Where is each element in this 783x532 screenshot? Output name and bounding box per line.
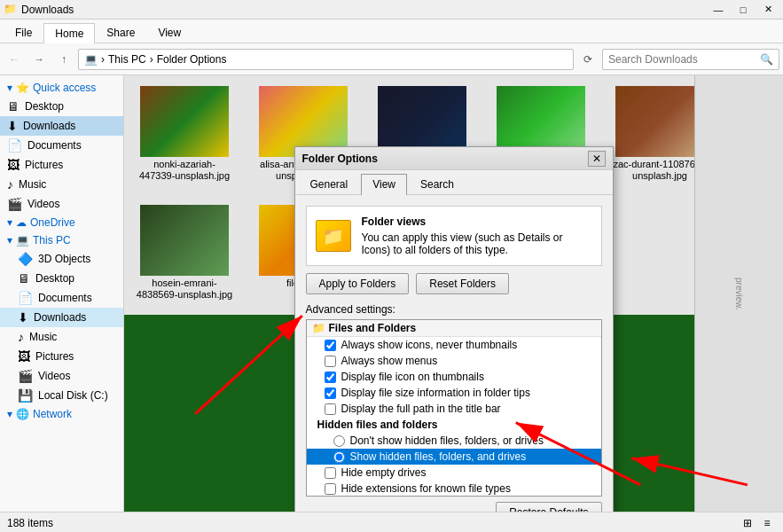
radio-dont-show[interactable] xyxy=(333,435,345,447)
tab-general[interactable]: General xyxy=(299,174,360,194)
close-button[interactable]: ✕ xyxy=(756,2,779,18)
sidebar-group-onedrive[interactable]: ▾ ☁ OneDrive xyxy=(0,214,123,231)
sidebar-item-desktop2[interactable]: 🖥 Desktop xyxy=(0,269,123,288)
dialog-close-button[interactable]: ✕ xyxy=(588,151,606,167)
folder-group-icon: 📁 xyxy=(312,322,325,334)
quickaccess-icon: ⭐ xyxy=(16,82,29,94)
dialog-overlay: Folder Options ✕ General View Search 📁 F… xyxy=(124,75,783,512)
adv-item-file-icon[interactable]: Display file icon on thumbnails xyxy=(307,369,601,385)
show-hidden-label: Show hidden files, folders, and drives xyxy=(350,450,527,463)
sidebar-item-pictures[interactable]: 🖼 Pictures xyxy=(0,155,123,175)
adv-item-file-size[interactable]: Display file size information in folder … xyxy=(307,385,601,401)
adv-item-always-menus[interactable]: Always show menus xyxy=(307,353,601,369)
tab-view[interactable]: View xyxy=(361,174,407,195)
reset-folders-button[interactable]: Reset Folders xyxy=(416,273,509,294)
folder-views-title: Folder views xyxy=(362,215,592,228)
desktop-icon: 🖥 xyxy=(7,99,20,113)
desktop-label: Desktop xyxy=(25,100,64,113)
always-icons-label: Always show icons, never thumbnails xyxy=(341,339,518,351)
title-bar-controls: — □ ✕ xyxy=(707,2,779,18)
checkbox-hide-empty[interactable] xyxy=(325,467,336,479)
adv-item-full-path[interactable]: Display the full path in the title bar xyxy=(307,401,601,417)
minimize-button[interactable]: — xyxy=(707,2,730,18)
sidebar-item-desktop[interactable]: 🖥 Desktop xyxy=(0,97,123,116)
adv-item-show-hidden[interactable]: Show hidden files, folders, and drives xyxy=(307,449,601,465)
tab-search[interactable]: Search xyxy=(409,174,466,194)
adv-item-always-icons[interactable]: Always show icons, never thumbnails xyxy=(307,337,601,353)
path-separator2: › xyxy=(150,53,153,66)
sidebar-item-pictures2[interactable]: 🖼 Pictures xyxy=(0,347,123,366)
tab-file[interactable]: File xyxy=(4,22,43,43)
adv-group-files-folders: 📁 Files and Folders xyxy=(307,320,601,337)
sidebar-item-videos2[interactable]: 🎬 Videos xyxy=(0,366,123,386)
hide-empty-label: Hide empty drives xyxy=(341,466,427,479)
sidebar-item-music2[interactable]: ♪ Music xyxy=(0,327,123,347)
tab-view[interactable]: View xyxy=(146,22,192,43)
path-downloads: Folder Options xyxy=(157,53,227,66)
sidebar-item-documents[interactable]: 📄 Documents xyxy=(0,136,123,155)
videos2-label: Videos xyxy=(38,370,70,382)
sidebar-item-documents2[interactable]: 📄 Documents xyxy=(0,288,123,308)
downloads-label: Downloads xyxy=(23,120,75,132)
videos2-icon: 🎬 xyxy=(18,369,33,383)
localdisk-label: Local Disk (C:) xyxy=(38,389,108,402)
checkbox-always-menus[interactable] xyxy=(325,356,336,367)
checkbox-file-icon[interactable] xyxy=(325,372,336,383)
view-large-icons-button[interactable]: ⊞ xyxy=(739,514,756,532)
maximize-button[interactable]: □ xyxy=(732,2,755,18)
documents-icon: 📄 xyxy=(7,138,22,153)
apply-to-folders-button[interactable]: Apply to Folders xyxy=(306,273,410,294)
sidebar-group-quickaccess[interactable]: ▾ ⭐ Quick access xyxy=(0,79,123,97)
back-button[interactable]: ← xyxy=(4,49,25,70)
advanced-settings-section: Advanced settings: 📁 Files and Folders A… xyxy=(306,303,602,497)
restore-defaults-row: Restore Defaults xyxy=(306,502,602,512)
sidebar-group-network[interactable]: ▾ 🌐 Network xyxy=(0,405,123,423)
folder-views-buttons: Apply to Folders Reset Folders xyxy=(306,273,602,294)
dialog-tabs: General View Search xyxy=(295,170,613,195)
forward-button[interactable]: → xyxy=(28,49,50,70)
folder-views-text: You can apply this view (such as Details… xyxy=(362,231,592,256)
search-box[interactable]: 🔍 xyxy=(602,49,779,70)
ribbon: File Home Share View xyxy=(0,20,783,43)
address-path[interactable]: 💻 › This PC › Folder Options xyxy=(78,49,574,70)
checkbox-full-path[interactable] xyxy=(325,403,336,415)
sidebar-item-videos[interactable]: 🎬 Videos xyxy=(0,194,123,214)
videos-icon: 🎬 xyxy=(7,197,22,211)
up-button[interactable]: ↑ xyxy=(53,49,74,70)
radio-show-hidden[interactable] xyxy=(333,451,345,463)
network-icon: 🌐 xyxy=(16,408,29,420)
adv-item-hide-extensions[interactable]: Hide extensions for known file types xyxy=(307,481,601,497)
hide-extensions-label: Hide extensions for known file types xyxy=(341,482,511,495)
sidebar-item-downloads2[interactable]: ⬇ Downloads xyxy=(0,308,123,327)
advanced-settings-list[interactable]: 📁 Files and Folders Always show icons, n… xyxy=(306,319,602,497)
file-icon-label: Display file icon on thumbnails xyxy=(341,371,484,383)
sidebar-item-3dobjects[interactable]: 🔷 3D Objects xyxy=(0,249,123,269)
adv-subgroup-hidden: Hidden files and folders xyxy=(307,417,601,433)
path-separator: › xyxy=(101,53,105,66)
folder-views-section: 📁 Folder views You can apply this view (… xyxy=(306,206,602,266)
sidebar-item-downloads[interactable]: ⬇ Downloads xyxy=(0,116,123,136)
sidebar: ▾ ⭐ Quick access 🖥 Desktop ⬇ Downloads 📄… xyxy=(0,75,124,512)
sidebar-group-thispc[interactable]: ▾ 💻 This PC xyxy=(0,231,123,249)
ribbon-tabs: File Home Share View xyxy=(0,20,783,43)
checkbox-always-icons[interactable] xyxy=(325,340,336,351)
music2-label: Music xyxy=(29,331,57,343)
downloads2-icon: ⬇ xyxy=(18,310,28,325)
documents-label: Documents xyxy=(27,139,82,152)
adv-item-hide-empty[interactable]: Hide empty drives xyxy=(307,465,601,481)
view-details-button[interactable]: ≡ xyxy=(758,514,776,532)
tab-share[interactable]: Share xyxy=(95,22,146,43)
sidebar-item-localdisk[interactable]: 💾 Local Disk (C:) xyxy=(0,386,123,405)
network-label: Network xyxy=(33,408,72,420)
checkbox-hide-extensions[interactable] xyxy=(325,483,336,495)
tab-home[interactable]: Home xyxy=(43,23,95,43)
sidebar-item-music[interactable]: ♪ Music xyxy=(0,175,123,194)
adv-item-dont-show[interactable]: Don't show hidden files, folders, or dri… xyxy=(307,433,601,449)
downloads-icon: ⬇ xyxy=(7,119,18,133)
dialog-title: Folder Options xyxy=(302,153,588,165)
refresh-button[interactable]: ⟳ xyxy=(577,49,599,70)
music-icon: ♪ xyxy=(7,177,13,192)
restore-defaults-button[interactable]: Restore Defaults xyxy=(496,502,601,512)
search-input[interactable] xyxy=(608,53,760,66)
checkbox-file-size[interactable] xyxy=(325,387,336,399)
